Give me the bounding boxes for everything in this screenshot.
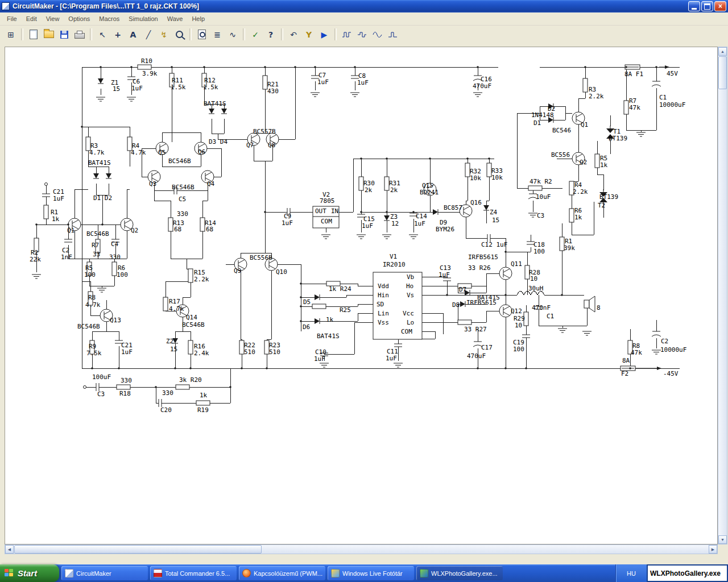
- component-label[interactable]: Q14: [186, 314, 197, 321]
- menu-wave[interactable]: Wave: [163, 13, 188, 24]
- zoom-tool-button[interactable]: [172, 28, 187, 41]
- component-label[interactable]: 100uF: [92, 373, 111, 381]
- component-label[interactable]: 33: [93, 251, 100, 258]
- component-label[interactable]: 7805: [320, 197, 335, 205]
- component-label[interactable]: COM: [401, 328, 412, 335]
- component-label[interactable]: 1.5k: [203, 84, 218, 91]
- component-label[interactable]: R19: [197, 406, 209, 414]
- component-label[interactable]: C17: [481, 344, 493, 351]
- component-label[interactable]: 15: [113, 85, 120, 93]
- scroll-up-button[interactable]: ▲: [718, 47, 727, 56]
- component-label[interactable]: 12: [391, 220, 399, 227]
- component-label[interactable]: 330: [109, 253, 121, 261]
- component-label[interactable]: C5: [179, 196, 186, 203]
- component-label[interactable]: BC556B: [250, 254, 272, 261]
- component-label[interactable]: 510: [244, 348, 255, 356]
- component-label[interactable]: 100: [513, 346, 524, 353]
- component-label[interactable]: Q1: [67, 227, 75, 234]
- component-label[interactable]: 1uF: [414, 220, 425, 227]
- start-button[interactable]: Start: [0, 564, 59, 582]
- component-label[interactable]: 470uF: [473, 82, 491, 90]
- component-label[interactable]: 2k: [390, 186, 398, 194]
- component-label[interactable]: 1k: [600, 161, 608, 169]
- print-button[interactable]: [72, 28, 87, 41]
- component-label[interactable]: Q12: [511, 307, 522, 315]
- component-label[interactable]: D6: [303, 323, 310, 331]
- component-label[interactable]: 2.4k: [194, 350, 209, 357]
- vertical-scroll-thumb[interactable]: [718, 56, 727, 89]
- component-label[interactable]: Vs: [407, 292, 414, 299]
- component-label[interactable]: BAT41S: [317, 332, 340, 340]
- language-indicator[interactable]: HU: [627, 570, 636, 577]
- component-label[interactable]: C3: [97, 390, 105, 398]
- component-label[interactable]: 510: [269, 348, 280, 356]
- schematic-labels[interactable]: R103.9kZ115C61uFR111.5kR121.5kR21430C71u…: [30, 57, 686, 414]
- component-label[interactable]: R17: [169, 298, 180, 305]
- component-label[interactable]: IRFB5615: [466, 299, 497, 306]
- component-label[interactable]: Q4: [207, 180, 215, 188]
- component-label[interactable]: BC546B: [168, 157, 191, 165]
- component-label[interactable]: Vdd: [378, 282, 389, 290]
- component-label[interactable]: D7: [459, 286, 466, 293]
- taskbar-item-browser[interactable]: Kapcsolóüzemű (PWM...: [239, 566, 325, 580]
- component-label[interactable]: BC546B: [77, 323, 100, 330]
- component-label[interactable]: 3.9k: [142, 70, 158, 77]
- component-label[interactable]: 1uF: [357, 79, 369, 86]
- component-label[interactable]: V1: [390, 253, 397, 260]
- component-label[interactable]: OUT: [315, 207, 326, 215]
- component-label[interactable]: 1nF: [61, 253, 72, 261]
- component-label[interactable]: Q7: [246, 142, 254, 149]
- component-label[interactable]: 1uF: [439, 271, 450, 278]
- component-label[interactable]: 10k: [470, 174, 481, 182]
- component-label[interactable]: BYM26: [436, 226, 454, 233]
- component-label[interactable]: C1: [659, 94, 667, 101]
- component-label[interactable]: BT139: [609, 135, 627, 142]
- close-button[interactable]: ×: [714, 1, 726, 11]
- component-label[interactable]: Q13: [110, 317, 121, 324]
- component-label[interactable]: 330: [177, 210, 188, 218]
- component-label[interactable]: BC557B: [253, 128, 276, 135]
- scroll-down-button[interactable]: ▼: [718, 535, 727, 544]
- add-part-button[interactable]: +: [110, 28, 125, 41]
- help-button[interactable]: ?: [263, 28, 278, 41]
- component-label[interactable]: C3: [537, 212, 544, 219]
- component-label[interactable]: SD: [377, 301, 384, 308]
- new-button[interactable]: [26, 28, 41, 41]
- component-label[interactable]: Ho: [406, 282, 413, 290]
- component-label[interactable]: BD241: [420, 189, 439, 196]
- component-label[interactable]: Z4: [490, 209, 498, 216]
- component-label[interactable]: 2k: [365, 186, 373, 194]
- scope-button[interactable]: [355, 28, 370, 41]
- signal-generator-button[interactable]: [386, 28, 400, 41]
- component-label[interactable]: 1uF: [317, 78, 329, 86]
- component-label[interactable]: Vcc: [403, 310, 414, 317]
- component-label[interactable]: 1N4148: [531, 111, 554, 119]
- component-label[interactable]: BC556: [551, 151, 570, 159]
- component-label[interactable]: 2.2k: [573, 188, 588, 196]
- component-label[interactable]: BT139: [599, 193, 618, 201]
- run-button[interactable]: ▶: [317, 28, 332, 41]
- component-label[interactable]: C1: [547, 313, 554, 320]
- component-label[interactable]: Q5: [158, 149, 166, 156]
- component-label[interactable]: C12 1uF: [481, 241, 507, 248]
- component-label[interactable]: 10: [530, 275, 537, 282]
- component-label[interactable]: 33 R26: [468, 264, 491, 272]
- component-label[interactable]: 3k R20: [179, 376, 202, 384]
- component-label[interactable]: BC546B: [86, 230, 109, 238]
- menu-macros[interactable]: Macros: [94, 13, 124, 24]
- component-label[interactable]: 1uF: [53, 195, 64, 202]
- open-button[interactable]: [42, 28, 56, 41]
- component-label[interactable]: 330: [162, 389, 173, 397]
- component-label[interactable]: 10000uF: [660, 346, 686, 354]
- component-label[interactable]: 2.2k: [589, 93, 604, 100]
- component-label[interactable]: 45V: [667, 70, 678, 77]
- component-label[interactable]: R8: [88, 294, 96, 301]
- component-label[interactable]: 68: [206, 226, 213, 233]
- component-label[interactable]: BC546B: [172, 184, 195, 191]
- component-label[interactable]: 1k: [326, 316, 334, 323]
- component-label[interactable]: 470uF: [467, 352, 486, 360]
- component-label[interactable]: 100: [117, 271, 128, 278]
- component-label[interactable]: 10: [515, 322, 522, 329]
- minimize-button[interactable]: [688, 1, 700, 11]
- component-label[interactable]: R18: [119, 390, 131, 397]
